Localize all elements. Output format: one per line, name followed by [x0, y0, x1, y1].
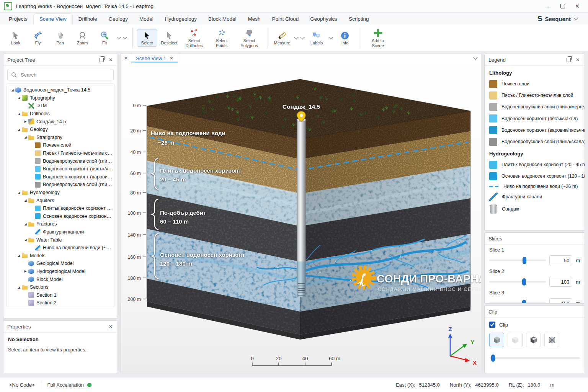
fit-button[interactable]: Fit [94, 29, 115, 47]
scene-view-tab[interactable]: Scene View 1 ✕ [131, 54, 178, 62]
tree-expand-arrow[interactable]: ◢ [16, 191, 21, 194]
properties-close-icon[interactable]: ✕ [108, 323, 114, 330]
fly-button[interactable]: Fly [28, 29, 48, 47]
clip-mode-cube-button[interactable] [489, 333, 504, 347]
tree-item[interactable]: ◢Hydrogeology [9, 189, 113, 197]
project-tree-popout-icon[interactable] [98, 57, 105, 63]
clip-mode-off-button[interactable] [544, 333, 559, 347]
tree-item[interactable]: Фрактурни канали [9, 228, 113, 236]
tab-projects[interactable]: Projects [3, 14, 33, 24]
seequent-logo[interactable]: S Seequent [532, 15, 585, 24]
tree-item[interactable]: Пясък / Глинесто-песъчлив слой [9, 149, 113, 157]
tab-drillhole[interactable]: Drillhole [73, 14, 103, 24]
select-polygons-button[interactable]: Select Polygons [236, 27, 262, 49]
maximize-icon[interactable] [560, 4, 565, 8]
tree-expand-arrow[interactable]: ◢ [23, 238, 28, 242]
tab-list-chevron-icon[interactable] [473, 55, 477, 59]
tab-block-model[interactable]: Block Model [203, 14, 242, 24]
tree-item[interactable]: ◢Models [9, 252, 113, 260]
tree-item[interactable]: ◢Topography [9, 94, 113, 102]
add-to-scene-button[interactable]: Add to Scene [365, 27, 391, 49]
select-drillholes-button[interactable]: Select Drillholes [181, 27, 207, 49]
view-presets-chevron-icon[interactable] [122, 35, 127, 39]
clip-mode-slice-button[interactable] [526, 333, 541, 347]
tree-item[interactable]: ▶Hydrogeological Model [9, 268, 113, 276]
search-input[interactable] [20, 72, 110, 78]
tree-item[interactable]: Водонепропусклив слой (глина/скала) [9, 181, 113, 189]
tree-item[interactable]: Водоносен хоризонт (пясък/чакъл) [9, 165, 113, 173]
tree-expand-arrow[interactable]: ◢ [23, 222, 28, 226]
tree-item[interactable]: DTM [9, 102, 113, 110]
measure-button[interactable]: Measure [272, 29, 292, 47]
tree-item[interactable]: ◢Водоносен_модел_Точка 14.5 [9, 86, 113, 94]
tree-item[interactable]: Block Model [9, 275, 113, 283]
select-points-button[interactable]: Select Points [209, 27, 235, 49]
scene-view-tab-close-icon[interactable]: ✕ [170, 56, 173, 61]
no-code-button[interactable]: <No Code> [9, 382, 35, 388]
clip-checkbox[interactable] [489, 322, 495, 328]
slice-value-input[interactable]: 50 [549, 255, 572, 265]
tree-item[interactable]: ◢Aquifers [9, 196, 113, 204]
tree-expand-arrow[interactable]: ◢ [16, 112, 21, 116]
info-button[interactable]: Info [335, 29, 355, 47]
pan-button[interactable]: Pan [50, 29, 70, 47]
viewport-3d[interactable]: Сондаж_14.5 Ниво на подпочвени води – ~2… [121, 62, 481, 373]
tab-scripting[interactable]: Scripting [343, 14, 375, 24]
tree-expand-arrow[interactable]: ◢ [10, 88, 15, 92]
tree-item[interactable]: ◢Sections [9, 283, 113, 291]
tab-mesh[interactable]: Mesh [242, 14, 266, 24]
close-icon[interactable]: ✕ [575, 3, 580, 9]
annotate-chevron-icon[interactable] [300, 35, 304, 39]
tree-expand-arrow[interactable]: ◢ [16, 254, 21, 257]
legend-close-icon[interactable]: ✕ [575, 57, 581, 63]
tree-expand-arrow[interactable]: ◢ [16, 128, 21, 131]
clip-slider[interactable] [489, 357, 580, 359]
tree-item[interactable]: Section 2 [9, 299, 113, 307]
tab-model[interactable]: Model [134, 14, 159, 24]
tree-expand-arrow[interactable]: ▶ [23, 120, 28, 123]
tree-item[interactable]: Основен водоносен хоризонт (120 - 180 m) [9, 212, 113, 220]
tree-expand-arrow[interactable]: ◢ [23, 136, 28, 139]
tab-geophysics[interactable]: Geophysics [304, 14, 343, 24]
tree-item[interactable]: ◢Drillholes [9, 110, 113, 118]
minimize-icon[interactable] [546, 5, 550, 8]
legend-popout-icon[interactable] [565, 57, 572, 63]
tab-point-cloud[interactable]: Point Cloud [266, 14, 305, 24]
close-scene-icon[interactable]: ✕ [121, 56, 131, 61]
tree-expand-arrow[interactable]: ▶ [23, 270, 28, 273]
tree-expand-arrow[interactable]: ◢ [16, 286, 21, 289]
measure-chevron-icon[interactable] [294, 35, 298, 39]
look-button[interactable]: Look [5, 29, 26, 47]
tree-item[interactable]: Почвен слой [9, 141, 113, 149]
tree-item[interactable]: Водонепропусклив слой (глина/мергел) [9, 157, 113, 165]
clip-checkbox-row[interactable]: Clip [489, 322, 580, 328]
labels-button[interactable]: Labels [306, 29, 327, 47]
tree-expand-arrow[interactable]: ◢ [16, 96, 21, 100]
slice-slider[interactable] [489, 260, 546, 261]
tree-item[interactable]: ◢Stratigraphy [9, 134, 113, 142]
tree-item[interactable]: Ниво на подпочвени води (~26 m) [9, 244, 113, 252]
fit-dropdown-chevron-icon[interactable] [116, 35, 121, 39]
select-button[interactable]: Select [137, 29, 157, 47]
tree-expand-arrow[interactable]: ◢ [23, 199, 28, 202]
project-tree-close-icon[interactable]: ✕ [108, 57, 114, 63]
clip-mode-cube-outline-button[interactable] [508, 333, 523, 347]
tab-scene-view[interactable]: Scene View [33, 13, 73, 24]
labels-chevron-icon[interactable] [328, 35, 333, 39]
slice-slider[interactable] [489, 281, 546, 283]
tree-item[interactable]: Водоносен хоризонт (варовик/пясъчник) [9, 173, 113, 181]
deselect-button[interactable]: Deselect [159, 29, 180, 47]
tree-item[interactable]: ◢Fractures [9, 220, 113, 228]
slice-value-input[interactable]: 100 [549, 277, 572, 287]
tree-item[interactable]: ◢Geology [9, 126, 113, 134]
zoom-button[interactable]: Zoom [72, 29, 93, 47]
tree-item[interactable]: Geological Model [9, 260, 113, 268]
tree-item[interactable]: ▶Сондаж_14.5 [9, 118, 113, 126]
slice-value-input[interactable]: 150 [549, 298, 572, 304]
acceleration-label[interactable]: Full Acceleration [47, 382, 84, 388]
search-box[interactable] [7, 69, 114, 80]
slice-slider[interactable] [489, 302, 546, 304]
tree-item[interactable]: Плитък водоносен хоризонт (20 - 45 m) [9, 204, 113, 212]
tab-geology[interactable]: Geology [103, 14, 134, 24]
tree-item[interactable]: Section 1 [9, 291, 113, 299]
